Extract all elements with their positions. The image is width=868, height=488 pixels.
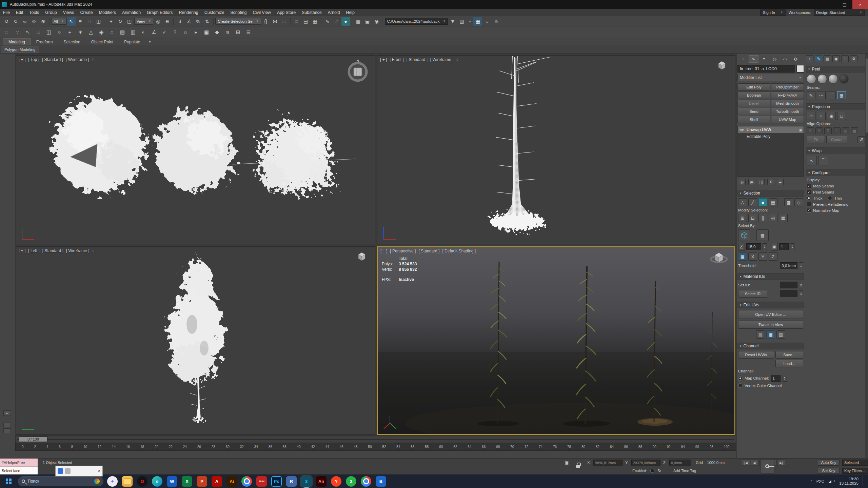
maxscript-mini-listener[interactable]: #AHelperFree Select face	[0, 459, 38, 475]
modifier-stack-row[interactable]: ⊲⊳ Unwrap UVW ▣	[738, 126, 804, 133]
point-to-point-seam-icon[interactable]: ⋯	[817, 91, 826, 99]
taskbar-2024-app-icon[interactable]: 2024	[256, 476, 267, 487]
ribbon-collapse-icon[interactable]: ▾	[149, 40, 151, 45]
unwrap-plus-icon[interactable]: +	[806, 55, 813, 62]
spherical-map-icon[interactable]: ◉	[827, 112, 836, 120]
menu-item[interactable]: File	[0, 9, 13, 16]
x-coordinate-field[interactable]: 9896,812mm	[593, 460, 623, 466]
select-by-plane-icon[interactable]: ▦	[756, 229, 769, 241]
taskbar-opera-icon[interactable]: O	[137, 476, 147, 487]
modifier-button[interactable]: Edit Poly	[737, 83, 770, 91]
panel-scrollbar[interactable]	[865, 54, 868, 458]
sphere-tool-icon[interactable]: ○	[482, 17, 491, 26]
viewport-renderer-label[interactable]: [ Standard ]	[42, 57, 63, 62]
map-channel-radio[interactable]	[738, 376, 743, 381]
menu-item[interactable]: Create	[77, 9, 96, 16]
ribbon-tab[interactable]: Selection	[58, 39, 85, 45]
best-align-icon[interactable]: ⊥	[833, 127, 841, 134]
viewport-pov-label[interactable]: [ Front ]	[390, 57, 403, 62]
tweak-in-view-button[interactable]: Tweak In View	[738, 321, 803, 329]
plus-tool-icon[interactable]: +	[65, 27, 75, 37]
curve-editor-icon[interactable]: ∿	[323, 17, 332, 26]
spinner-arrows[interactable]: ▲▼	[790, 243, 794, 250]
render-production-icon[interactable]: ◉	[372, 17, 381, 26]
seam-loop-icon[interactable]: ⌒	[827, 91, 836, 99]
checkbox[interactable]: ✓	[807, 208, 811, 212]
reference-coordinate-dropdown[interactable]: View▼	[134, 18, 154, 25]
pelt-map-icon[interactable]	[807, 74, 816, 84]
modifier-button[interactable]: UVW Map	[771, 116, 804, 123]
region-fit-icon[interactable]: ▦	[851, 127, 858, 134]
menu-item[interactable]: Animation	[119, 9, 144, 16]
viewcube[interactable]	[354, 250, 369, 264]
modifier-button[interactable]: TurboSmooth	[771, 108, 804, 115]
thick-seams-radio[interactable]	[807, 196, 811, 200]
cylindrical-map-icon[interactable]: ○	[817, 112, 826, 120]
go-to-end-button[interactable]: ▶|	[777, 460, 785, 466]
show-end-result-icon[interactable]: ▣	[748, 179, 755, 185]
select-manipulate-icon[interactable]: ⊕	[163, 17, 172, 26]
pin-stack-icon[interactable]: ◎	[739, 179, 746, 185]
workspace-dropdown[interactable]: Design Standard▼	[814, 9, 865, 16]
map-channel-field[interactable]: 1	[771, 375, 781, 382]
set-id-field[interactable]	[780, 282, 797, 288]
overlap-icon[interactable]: ◫	[44, 27, 54, 37]
select-object-icon[interactable]: ↖	[67, 17, 76, 26]
menu-item[interactable]: App Store	[274, 9, 299, 16]
checkbox[interactable]: ✓	[807, 190, 811, 194]
angle-snap-icon[interactable]: ∠	[184, 17, 193, 26]
axis-y-button[interactable]: Y	[758, 252, 767, 261]
checkbox[interactable]: ✓	[807, 184, 811, 188]
toolbar-overflow-icon[interactable]: »	[467, 19, 473, 24]
grid-dots-icon[interactable]: ∷	[2, 27, 12, 37]
hierarchy-tab-icon[interactable]: ≡	[759, 55, 769, 63]
viewcube[interactable]	[709, 250, 729, 266]
macro-recorder-line[interactable]: #AHelperFree	[0, 459, 38, 467]
taskbar-photoshop-icon[interactable]: Ps	[271, 476, 282, 487]
taskbar-edge-icon[interactable]: e	[152, 476, 162, 487]
stack-display-icon[interactable]: ▣	[799, 128, 802, 132]
asterisk-tool-icon[interactable]: ∗	[76, 27, 85, 37]
floating-mini-window[interactable]: ×	[55, 466, 103, 476]
rows-tool-icon[interactable]: ▤	[118, 27, 127, 37]
taskbar-r-icon[interactable]: R	[286, 476, 297, 487]
viewport-pov-label[interactable]: [ Top ]	[28, 57, 39, 62]
fit-button[interactable]: Fit	[807, 136, 825, 143]
modifier-stack-row[interactable]: Editable Poly	[738, 133, 804, 140]
add-time-tag[interactable]: Add Time Tag	[673, 469, 696, 473]
create-tab-icon[interactable]: +	[738, 55, 748, 63]
surface-wrap-icon[interactable]: ⌒	[818, 156, 828, 165]
viewport-pov-label[interactable]: [ Left ]	[28, 248, 39, 253]
loop-selection-icon[interactable]: ◎	[769, 214, 777, 222]
spinner-arrows[interactable]: ▲▼	[799, 282, 803, 288]
percent-snap-icon[interactable]: %	[194, 17, 202, 26]
planar-angle-icon[interactable]: ▦	[738, 252, 747, 261]
viewport-front[interactable]: [ + ] [ Front ] [ Standard ] [ Wireframe…	[377, 55, 735, 244]
maximize-button[interactable]: ▢	[837, 0, 852, 9]
rollout-edit-uvs[interactable]: Edit UVs	[737, 302, 804, 308]
modifier-button[interactable]: Bend	[737, 108, 770, 115]
load-uvws-button[interactable]: Load...	[775, 360, 803, 367]
viewport-top[interactable]: [ + ] [ Top ] [ Standard ] [ Wireframe ]…	[16, 55, 375, 244]
unwrap-grid-icon[interactable]: ▦	[824, 55, 831, 62]
time-slider-handle[interactable]: 0 / 100	[19, 436, 47, 442]
grow-count-icon[interactable]: ▣	[771, 243, 778, 251]
ribbon-tab[interactable]: Object Paint	[86, 39, 119, 45]
edit-seams-icon[interactable]: ✎	[807, 91, 815, 99]
align-z-icon[interactable]: Z	[824, 127, 832, 134]
minimize-button[interactable]: —	[821, 0, 837, 9]
convert-seams-icon[interactable]: ▦	[837, 91, 846, 99]
rendered-frame-icon[interactable]: ▣	[363, 17, 372, 26]
axis-x-button[interactable]: X	[748, 252, 757, 261]
save-uvws-button[interactable]: Save...	[775, 351, 803, 359]
rollout-configure[interactable]: Configure	[806, 169, 866, 176]
uv-shell-icon[interactable]: ▥	[776, 330, 785, 339]
taskbar-powerpoint-icon[interactable]: P	[197, 476, 207, 487]
play-tool-icon[interactable]: ▸	[191, 27, 201, 37]
time-slider[interactable]: 0 / 100	[15, 435, 736, 443]
axis-z-button[interactable]: Z	[769, 252, 777, 261]
menu-item[interactable]: Customize	[201, 9, 228, 16]
close-button[interactable]: ×	[852, 0, 868, 9]
vertex-color-radio[interactable]	[738, 383, 743, 388]
reset-projection-icon[interactable]: ↺	[857, 136, 865, 143]
